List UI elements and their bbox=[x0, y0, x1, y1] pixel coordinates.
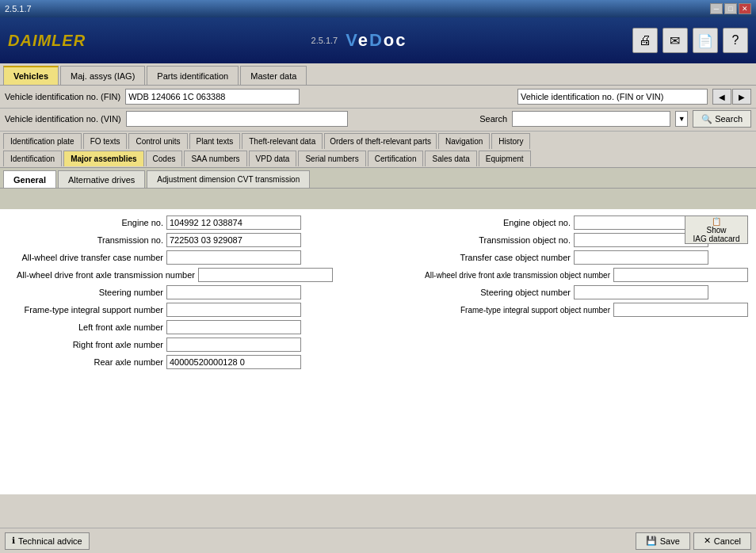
header-icons[interactable]: 🖨 ✉ 📄 ? bbox=[632, 28, 748, 53]
inner-tab-bar: Identification plate FO texts Control un… bbox=[0, 132, 756, 168]
close-button[interactable]: ✕ bbox=[739, 3, 751, 14]
next-button[interactable]: ▶ bbox=[732, 89, 751, 105]
left-front-axle-input[interactable] bbox=[166, 320, 301, 334]
tab-vpd-data[interactable]: VPD data bbox=[249, 151, 297, 166]
right-front-axle-row: Right front axle number bbox=[8, 338, 360, 352]
transmission-obj-no-label: Transmission object no. bbox=[391, 235, 574, 245]
awd-front-axle-input[interactable] bbox=[198, 268, 333, 282]
transmission-no-row: Transmission no. bbox=[8, 233, 360, 247]
rear-axle-input[interactable] bbox=[166, 355, 301, 369]
minimize-button[interactable]: ─ bbox=[710, 3, 723, 14]
awd-front-axle-row: All-wheel drive front axle transmission … bbox=[8, 268, 360, 282]
tab-major-assemblies[interactable]: Major assemblies bbox=[63, 151, 143, 166]
search-button[interactable]: 🔍 Search bbox=[693, 110, 751, 128]
transfer-case-obj-input[interactable] bbox=[574, 250, 708, 265]
subtab-cvt[interactable]: Adjustment dimension CVT transmission bbox=[147, 170, 310, 188]
tab-certification[interactable]: Certification bbox=[368, 151, 424, 166]
fin-input[interactable] bbox=[125, 89, 300, 105]
brand-logo: DAIMLER bbox=[8, 32, 86, 50]
tab-plant-texts[interactable]: Plant texts bbox=[189, 133, 241, 149]
tab-identification-plate[interactable]: Identification plate bbox=[3, 133, 82, 149]
search-type-dropdown[interactable]: Vehicle identification no. (FIN or VIN) … bbox=[517, 89, 708, 105]
save-icon: 💾 bbox=[646, 536, 657, 546]
tab-serial-numbers[interactable]: Serial numbers bbox=[298, 151, 365, 166]
dropdown-wrap: Vehicle identification no. (FIN or VIN) … bbox=[517, 89, 708, 105]
search-input[interactable] bbox=[512, 111, 670, 127]
right-front-axle-label: Right front axle number bbox=[8, 340, 166, 349]
tab-theft-relevant[interactable]: Theft-relevant data bbox=[242, 133, 323, 149]
iag-datacard-button[interactable]: 📋 Show IAG datacard bbox=[685, 215, 748, 244]
rear-axle-row: Rear axle number bbox=[8, 355, 360, 369]
tab-codes[interactable]: Codes bbox=[146, 151, 183, 166]
engine-no-label: Engine no. bbox=[8, 218, 166, 227]
awd-transfer-label: All-wheel drive transfer case number bbox=[8, 253, 166, 262]
tab-vehicles[interactable]: Vehicles bbox=[3, 66, 59, 85]
frame-support-label: Frame-type integral support number bbox=[8, 305, 166, 315]
awd-front-axle-label: All-wheel drive front axle transmission … bbox=[8, 270, 198, 280]
document-icon[interactable]: 📄 bbox=[693, 28, 718, 53]
frame-support-obj-row: Frame-type integral support object numbe… bbox=[391, 303, 748, 317]
info-icon: ℹ bbox=[12, 536, 15, 546]
frame-support-input[interactable] bbox=[166, 303, 301, 317]
steering-no-input[interactable] bbox=[166, 285, 301, 299]
tab-saa-numbers[interactable]: SAA numbers bbox=[184, 151, 246, 166]
cancel-icon: ✕ bbox=[704, 536, 711, 546]
tab-control-units[interactable]: Control units bbox=[128, 133, 187, 149]
steering-obj-input[interactable] bbox=[574, 285, 708, 299]
help-icon[interactable]: ? bbox=[723, 28, 748, 53]
vin-label: Vehicle identification no. (VIN) bbox=[5, 114, 121, 124]
left-front-axle-label: Left front axle number bbox=[8, 322, 166, 332]
window-controls[interactable]: ─ □ ✕ bbox=[710, 3, 751, 14]
subtab-alt-drives[interactable]: Alternative drives bbox=[58, 170, 145, 188]
engine-no-input[interactable] bbox=[166, 215, 301, 230]
header-center: 2.5.1.7 VeDoc bbox=[311, 30, 407, 51]
form-left-column: Engine no. Transmission no. All-wheel dr… bbox=[8, 215, 360, 372]
frame-support-obj-label: Frame-type integral support object numbe… bbox=[391, 306, 613, 315]
prev-button[interactable]: ◀ bbox=[712, 89, 731, 105]
header-version: 2.5.1.7 bbox=[311, 36, 338, 45]
tab-maj-assys[interactable]: Maj. assys (IAG) bbox=[60, 66, 145, 85]
tab-master-data[interactable]: Master data bbox=[240, 66, 307, 85]
bottom-right-buttons: 💾 Save ✕ Cancel bbox=[636, 532, 751, 550]
search-label: Search bbox=[479, 114, 507, 124]
save-button[interactable]: 💾 Save bbox=[636, 532, 690, 550]
awd-front-axle-obj-label: All-wheel drive front axle transmission … bbox=[391, 271, 613, 280]
restore-button[interactable]: □ bbox=[724, 3, 737, 14]
tab-fo-texts[interactable]: FO texts bbox=[83, 133, 128, 149]
transmission-no-input[interactable] bbox=[166, 233, 301, 247]
form-container: Engine no. Transmission no. All-wheel dr… bbox=[8, 215, 748, 372]
tab-history[interactable]: History bbox=[491, 133, 530, 149]
frame-support-obj-input[interactable] bbox=[613, 303, 748, 317]
tech-advice-button[interactable]: ℹ Technical advice bbox=[5, 532, 90, 550]
vin-input[interactable] bbox=[126, 111, 348, 127]
right-front-axle-input[interactable] bbox=[166, 338, 301, 352]
awd-transfer-row: All-wheel drive transfer case number bbox=[8, 250, 360, 265]
subtab-general[interactable]: General bbox=[3, 170, 56, 188]
sub-tab-bar: General Alternative drives Adjustment di… bbox=[0, 168, 756, 189]
left-front-axle-row: Left front axle number bbox=[8, 320, 360, 334]
steering-no-row: Steering number bbox=[8, 285, 360, 299]
engine-no-row: Engine no. bbox=[8, 215, 360, 230]
cancel-button[interactable]: ✕ Cancel bbox=[693, 532, 751, 550]
awd-transfer-input[interactable] bbox=[166, 250, 301, 265]
email-icon[interactable]: ✉ bbox=[662, 28, 688, 53]
steering-obj-label: Steering object number bbox=[391, 288, 574, 297]
awd-front-axle-obj-input[interactable] bbox=[613, 268, 748, 282]
title-bar: 2.5.1.7 ─ □ ✕ bbox=[0, 0, 756, 17]
tab-orders-theft[interactable]: Orders of theft-relevant parts bbox=[324, 133, 437, 149]
printer-icon[interactable]: 🖨 bbox=[632, 28, 658, 53]
tab-parts-identification[interactable]: Parts identification bbox=[147, 66, 239, 85]
show-icon: 📋 bbox=[712, 217, 721, 226]
tab-equipment[interactable]: Equipment bbox=[479, 151, 531, 166]
engine-obj-no-label: Engine object no. bbox=[391, 218, 574, 227]
app-header: DAIMLER 2.5.1.7 VeDoc 🖨 ✉ 📄 ? bbox=[0, 17, 756, 63]
tab-identification[interactable]: Identification bbox=[3, 151, 62, 166]
transmission-no-label: Transmission no. bbox=[8, 235, 166, 245]
content-area: 📋 Show IAG datacard Engine no. Transmiss… bbox=[0, 209, 756, 494]
frame-support-row: Frame-type integral support number bbox=[8, 303, 360, 317]
tab-navigation[interactable]: Navigation bbox=[438, 133, 490, 149]
app-title: VeDoc bbox=[346, 30, 407, 51]
tab-sales-data[interactable]: Sales data bbox=[425, 151, 476, 166]
search-bar-row2: Vehicle identification no. (VIN) Search … bbox=[0, 109, 756, 132]
steering-no-label: Steering number bbox=[8, 288, 166, 297]
